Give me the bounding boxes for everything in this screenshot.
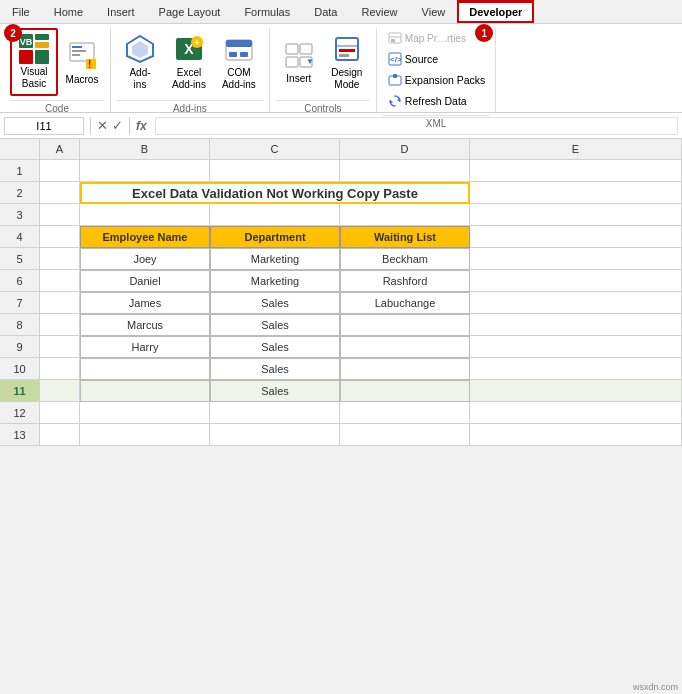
source-button[interactable]: </> Source: [383, 49, 442, 69]
visual-basic-button[interactable]: 2 VB VisualBasic: [10, 28, 58, 96]
cell-b9[interactable]: Harry: [80, 336, 210, 358]
col-header-b[interactable]: B: [80, 139, 210, 159]
tab-page-layout[interactable]: Page Layout: [147, 0, 233, 23]
cell-a9[interactable]: [40, 336, 80, 358]
cell-b8[interactable]: Marcus: [80, 314, 210, 336]
map-properties-button[interactable]: Map Pr…rties: [383, 28, 470, 48]
cell-b12[interactable]: [80, 402, 210, 424]
cell-e4[interactable]: [470, 226, 682, 248]
cell-a2[interactable]: [40, 182, 80, 204]
expansion-packs-button[interactable]: Expansion Packs: [383, 70, 490, 90]
cell-c9[interactable]: Sales: [210, 336, 340, 358]
cell-d4-header[interactable]: Waiting List: [340, 226, 470, 248]
cell-c3[interactable]: [210, 204, 340, 226]
cell-c1[interactable]: [210, 160, 340, 182]
row-header-1[interactable]: 1: [0, 160, 39, 182]
cell-a3[interactable]: [40, 204, 80, 226]
name-box[interactable]: [4, 117, 84, 135]
cancel-formula-icon[interactable]: ✕: [97, 118, 108, 133]
cell-c13[interactable]: [210, 424, 340, 446]
cell-c8[interactable]: Sales: [210, 314, 340, 336]
cell-b11[interactable]: [80, 380, 210, 402]
cell-d11[interactable]: [340, 380, 470, 402]
tab-developer[interactable]: Developer: [457, 0, 534, 23]
cell-b1[interactable]: [80, 160, 210, 182]
cell-d5[interactable]: Beckham: [340, 248, 470, 270]
col-header-d[interactable]: D: [340, 139, 470, 159]
tab-formulas[interactable]: Formulas: [232, 0, 302, 23]
insert-button[interactable]: ▼ Insert: [276, 28, 322, 96]
cell-e3[interactable]: [470, 204, 682, 226]
cell-b5[interactable]: Joey: [80, 248, 210, 270]
cell-e11[interactable]: [470, 380, 682, 402]
cell-b3[interactable]: [80, 204, 210, 226]
cell-e7[interactable]: [470, 292, 682, 314]
cell-c6[interactable]: Marketing: [210, 270, 340, 292]
tab-insert[interactable]: Insert: [95, 0, 147, 23]
cell-e10[interactable]: [470, 358, 682, 380]
refresh-data-button[interactable]: Refresh Data: [383, 91, 471, 111]
cell-b7[interactable]: James: [80, 292, 210, 314]
row-header-4[interactable]: 4: [0, 226, 39, 248]
cell-e2[interactable]: [470, 182, 682, 204]
cell-d3[interactable]: [340, 204, 470, 226]
row-header-10[interactable]: 10: [0, 358, 39, 380]
cell-d1[interactable]: [340, 160, 470, 182]
cell-b4-header[interactable]: Employee Name: [80, 226, 210, 248]
col-header-e[interactable]: E: [470, 139, 682, 159]
row-header-13[interactable]: 13: [0, 424, 39, 446]
row-header-2[interactable]: 2: [0, 182, 39, 204]
tab-file[interactable]: File: [0, 0, 42, 23]
cell-e12[interactable]: [470, 402, 682, 424]
add-ins-button[interactable]: Add-ins: [117, 28, 163, 96]
cell-d12[interactable]: [340, 402, 470, 424]
excel-add-ins-button[interactable]: X + ExcelAdd-ins: [165, 28, 213, 96]
cell-c11[interactable]: Sales: [210, 380, 340, 402]
cell-d10[interactable]: [340, 358, 470, 380]
row-header-11[interactable]: 11: [0, 380, 39, 402]
row-header-7[interactable]: 7: [0, 292, 39, 314]
cell-a12[interactable]: [40, 402, 80, 424]
row-header-9[interactable]: 9: [0, 336, 39, 358]
cell-d6[interactable]: Rashford: [340, 270, 470, 292]
cell-a1[interactable]: [40, 160, 80, 182]
cell-c4-header[interactable]: Department: [210, 226, 340, 248]
cell-c12[interactable]: [210, 402, 340, 424]
row-header-8[interactable]: 8: [0, 314, 39, 336]
confirm-formula-icon[interactable]: ✓: [112, 118, 123, 133]
cell-d7[interactable]: Labuchange: [340, 292, 470, 314]
tab-view[interactable]: View: [410, 0, 458, 23]
com-add-ins-button[interactable]: COMAdd-ins: [215, 28, 263, 96]
row-header-6[interactable]: 6: [0, 270, 39, 292]
cell-b2-title[interactable]: Excel Data Validation Not Working Copy P…: [80, 182, 470, 204]
cell-e9[interactable]: [470, 336, 682, 358]
cell-a13[interactable]: [40, 424, 80, 446]
tab-home[interactable]: Home: [42, 0, 95, 23]
row-header-12[interactable]: 12: [0, 402, 39, 424]
cell-c10[interactable]: Sales: [210, 358, 340, 380]
row-header-5[interactable]: 5: [0, 248, 39, 270]
cell-a6[interactable]: [40, 270, 80, 292]
cell-b6[interactable]: Daniel: [80, 270, 210, 292]
cell-e1[interactable]: [470, 160, 682, 182]
row-header-3[interactable]: 3: [0, 204, 39, 226]
select-all-corner[interactable]: [0, 139, 40, 159]
cell-c7[interactable]: Sales: [210, 292, 340, 314]
cell-e8[interactable]: [470, 314, 682, 336]
cell-a5[interactable]: [40, 248, 80, 270]
tab-data[interactable]: Data: [302, 0, 349, 23]
cell-a8[interactable]: [40, 314, 80, 336]
cell-b13[interactable]: [80, 424, 210, 446]
cell-e6[interactable]: [470, 270, 682, 292]
cell-a11[interactable]: [40, 380, 80, 402]
cell-a7[interactable]: [40, 292, 80, 314]
col-header-c[interactable]: C: [210, 139, 340, 159]
cell-d13[interactable]: [340, 424, 470, 446]
cell-b10[interactable]: [80, 358, 210, 380]
cell-d8[interactable]: [340, 314, 470, 336]
cell-a10[interactable]: [40, 358, 80, 380]
design-mode-button[interactable]: DesignMode: [324, 28, 370, 96]
tab-review[interactable]: Review: [349, 0, 409, 23]
cell-e5[interactable]: [470, 248, 682, 270]
cell-e13[interactable]: [470, 424, 682, 446]
